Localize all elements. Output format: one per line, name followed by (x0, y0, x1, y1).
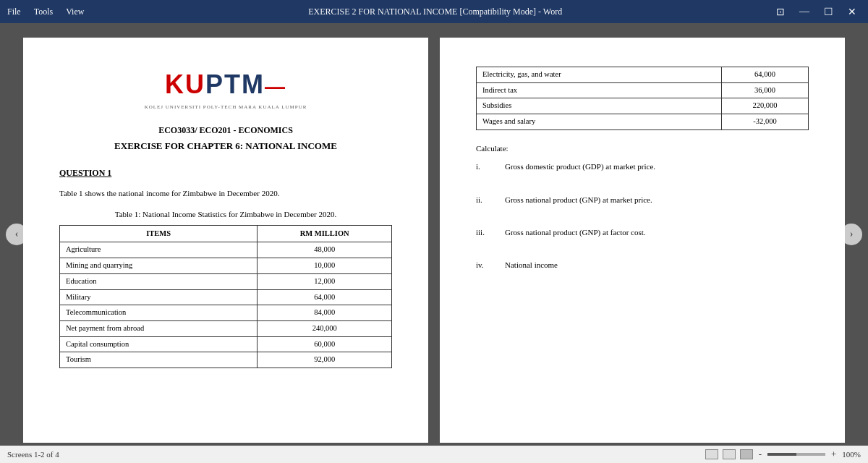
table-cell-value: 60,000 (258, 336, 392, 352)
table-row: Agriculture48,000 (60, 242, 392, 258)
view-icon-2[interactable] (723, 449, 736, 459)
table-header-items: ITEMS (60, 225, 258, 242)
minimize-button[interactable]: — (795, 6, 814, 18)
sub-question-item: ii.Gross national product (GNP) at marke… (476, 195, 809, 205)
table-row: Mining and quarrying10,000 (60, 258, 392, 274)
right-cell-value: 220,000 (722, 98, 809, 114)
table-row: Military64,000 (60, 289, 392, 305)
menu-bar[interactable]: File Tools View (7, 7, 84, 17)
status-bar-right: - + 100% (705, 449, 861, 460)
menu-file[interactable]: File (7, 7, 21, 17)
right-data-table: Electricity, gas, and water64,000Indirec… (476, 67, 809, 130)
table-cell-value: 84,000 (258, 305, 392, 321)
table-cell-value: 92,000 (258, 352, 392, 368)
document-area: ‹ KUPTM— KOLEJ UNIVERSITI POLY-TECH MARA… (0, 23, 868, 446)
table-cell-item: Net payment from abroad (60, 320, 258, 336)
restore-button[interactable]: ⊡ (772, 6, 789, 18)
table-caption: Table 1: National Income Statistics for … (59, 209, 392, 220)
zoom-slider-fill (767, 453, 796, 456)
sub-question-item: i.Gross domestic product (GDP) at market… (476, 161, 809, 172)
right-cell-value: -32,000 (722, 114, 809, 130)
logo-ku: KU (165, 69, 205, 99)
table-cell-value: 10,000 (258, 258, 392, 274)
table-cell-item: Capital consumption (60, 336, 258, 352)
logo-area: KUPTM— KOLEJ UNIVERSITI POLY-TECH MARA K… (59, 67, 392, 111)
table-cell-value: 64,000 (258, 289, 392, 305)
table-cell-item: Agriculture (60, 242, 258, 258)
view-icon-1[interactable] (705, 449, 718, 459)
pages-container: KUPTM— KOLEJ UNIVERSITI POLY-TECH MARA K… (0, 23, 868, 446)
table-cell-item: Education (60, 273, 258, 289)
sub-question-item: iv.National income (476, 260, 809, 271)
sub-question-text: Gross national product (GNP) at market p… (505, 195, 652, 205)
sub-question-num: ii. (476, 195, 505, 205)
right-cell-item: Indirect tax (477, 82, 722, 98)
zoom-slider[interactable] (767, 453, 825, 456)
table-row: Education12,000 (60, 273, 392, 289)
close-button[interactable]: ✕ (843, 6, 861, 18)
screens-info: Screens 1-2 of 4 (7, 450, 59, 459)
calculate-label: Calculate: (476, 143, 809, 154)
table-row: Electricity, gas, and water64,000 (477, 67, 809, 83)
menu-tools[interactable]: Tools (34, 7, 54, 17)
right-table-area: Electricity, gas, and water64,000Indirec… (476, 67, 809, 130)
right-cell-item: Electricity, gas, and water (477, 67, 722, 83)
sub-question-num: iv. (476, 260, 505, 271)
right-cell-value: 64,000 (722, 67, 809, 83)
right-cell-item: Wages and salary (477, 114, 722, 130)
table-row: Capital consumption60,000 (60, 336, 392, 352)
zoom-plus-button[interactable]: + (831, 449, 836, 460)
right-cell-value: 36,000 (722, 82, 809, 98)
logo-text: KUPTM— (59, 67, 392, 103)
right-cell-item: Subsidies (477, 98, 722, 114)
table-cell-item: Telecommunication (60, 305, 258, 321)
table-row: Net payment from abroad240,000 (60, 320, 392, 336)
status-bar: Screens 1-2 of 4 - + 100% (0, 446, 868, 463)
prev-page-button[interactable]: ‹ (6, 224, 27, 245)
menu-view[interactable]: View (66, 7, 84, 17)
exercise-title: EXERCISE FOR CHAPTER 6: NATIONAL INCOME (59, 140, 392, 153)
table-cell-item: Mining and quarrying (60, 258, 258, 274)
national-income-table: ITEMS RM MILLION Agriculture48,000Mining… (59, 225, 392, 368)
table-cell-value: 240,000 (258, 320, 392, 336)
window-title: EXERCISE 2 FOR NATIONAL INCOME [Compatib… (98, 7, 772, 17)
table-cell-value: 48,000 (258, 242, 392, 258)
view-icon-3[interactable] (740, 449, 753, 459)
table-row: Telecommunication84,000 (60, 305, 392, 321)
course-title: ECO3033/ ECO201 - ECONOMICS (59, 124, 392, 137)
sub-question-text: National income (505, 260, 558, 271)
table-row: Subsidies220,000 (477, 98, 809, 114)
table-header-rm: RM MILLION (258, 225, 392, 242)
title-bar: File Tools View EXERCISE 2 FOR NATIONAL … (0, 0, 868, 23)
maximize-button[interactable]: ☐ (820, 6, 838, 18)
window-controls[interactable]: ⊡ — ☐ ✕ (772, 6, 861, 18)
table-cell-item: Military (60, 289, 258, 305)
sub-question-text: Gross national product (GNP) at factor c… (505, 227, 646, 238)
sub-question-item: iii.Gross national product (GNP) at fact… (476, 227, 809, 238)
table-cell-value: 12,000 (258, 273, 392, 289)
view-icons[interactable] (705, 449, 753, 459)
logo-dash: — (265, 75, 286, 98)
logo-subtitle: KOLEJ UNIVERSITI POLY-TECH MARA KUALA LU… (59, 104, 392, 111)
sub-question-text: Gross domestic product (GDP) at market p… (505, 161, 655, 172)
question-text: Table 1 shows the national income for Zi… (59, 188, 392, 199)
zoom-level: 100% (842, 450, 861, 459)
table-row: Wages and salary-32,000 (477, 114, 809, 130)
sub-question-num: iii. (476, 227, 505, 238)
sub-question-num: i. (476, 161, 505, 172)
table-row: Tourism92,000 (60, 352, 392, 368)
sub-questions: i.Gross domestic product (GDP) at market… (476, 161, 809, 271)
page-right: Electricity, gas, and water64,000Indirec… (440, 38, 845, 443)
next-page-button[interactable]: › (841, 224, 862, 245)
logo-ptm: PTM (205, 69, 265, 99)
table-row: Indirect tax36,000 (477, 82, 809, 98)
zoom-minus-button[interactable]: - (759, 449, 762, 460)
page-left: KUPTM— KOLEJ UNIVERSITI POLY-TECH MARA K… (23, 38, 428, 443)
table-cell-item: Tourism (60, 352, 258, 368)
question-heading: QUESTION 1 (59, 167, 392, 179)
